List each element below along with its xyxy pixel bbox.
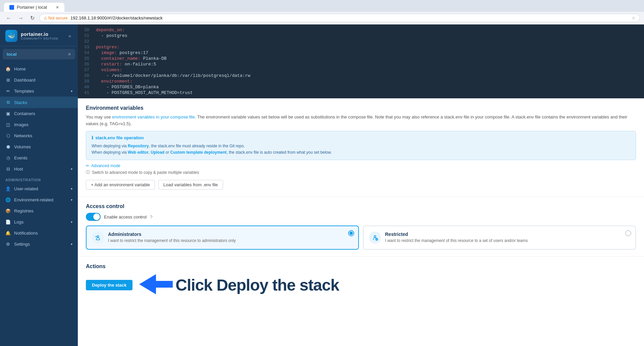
logo-text: portainer.io COMMUNITY EDITION bbox=[21, 32, 58, 40]
line-content: image: postgres:17 bbox=[95, 50, 644, 55]
stacks-icon: ⧉ bbox=[5, 100, 11, 105]
user-icon: 👤 bbox=[5, 186, 11, 191]
sidebar-item-label: Home bbox=[14, 66, 26, 71]
bookmark-icon[interactable]: ☆ bbox=[632, 15, 636, 20]
sidebar-item-images[interactable]: ◫ Images bbox=[0, 119, 78, 130]
repository-link[interactable]: Repository bbox=[128, 144, 149, 148]
stackenv-info-title: ℹ stack.env file operation bbox=[92, 135, 630, 140]
environment-header[interactable]: local ✕ bbox=[3, 49, 75, 59]
host-icon: ⊟ bbox=[5, 166, 11, 171]
logo-area: 🐳 portainer.io COMMUNITY EDITION bbox=[5, 30, 58, 42]
warning-icon: ⚠ bbox=[44, 16, 47, 20]
url-text: 192.168.1.18:9000/#!/2/docker/stacks/new… bbox=[70, 15, 163, 20]
code-line-38: 38 - /volume1/docker/planka/db:/var/lib/… bbox=[78, 73, 644, 79]
sidebar-item-containers[interactable]: ▣ Containers bbox=[0, 108, 78, 119]
access-card-content: Restricted I want to restrict the manage… bbox=[385, 232, 528, 243]
info-line2-pre: When deploying via bbox=[92, 150, 128, 155]
home-icon: 🏠 bbox=[5, 66, 11, 71]
line-content: depends_on: bbox=[95, 28, 644, 33]
templates-icon: ✏ bbox=[5, 89, 11, 94]
sidebar-item-label: Notifications bbox=[14, 231, 38, 236]
access-control-title: Access control bbox=[86, 203, 636, 209]
advanced-mode-link[interactable]: ✏ Advanced mode bbox=[86, 163, 636, 168]
line-number: 30 bbox=[78, 28, 95, 33]
browser-tab-active[interactable]: Portainer | local ✕ bbox=[4, 3, 64, 12]
web-editor-link[interactable]: Web editor bbox=[128, 150, 149, 155]
sidebar-item-logs[interactable]: 📄 Logs ▾ bbox=[0, 216, 78, 228]
sidebar-item-environment-related[interactable]: 🌐 Environment-related ▾ bbox=[0, 194, 78, 205]
sidebar-nav: 🏠 Home ⊞ Dashboard ✏ Templates ▾ ⧉ Stack… bbox=[0, 62, 78, 346]
load-env-variables-button[interactable]: Load variables from .env file bbox=[158, 180, 223, 190]
sidebar-item-label: Volumes bbox=[14, 144, 31, 149]
sidebar-item-dashboard[interactable]: ⊞ Dashboard bbox=[0, 75, 78, 86]
sidebar-item-volumes[interactable]: ⬢ Volumes bbox=[0, 141, 78, 152]
code-line-41: 41 - POSTGRES_HOST_AUTH_METHOD=trust bbox=[78, 90, 644, 96]
code-line-31: 31 - postgres bbox=[78, 33, 644, 39]
access-card-administrators[interactable]: Administrators I want to restrict the ma… bbox=[86, 226, 359, 250]
actions-row: Deploy the stack Click Deploy the stack bbox=[86, 274, 636, 296]
line-number: 40 bbox=[78, 85, 95, 90]
logo-sub-text: COMMUNITY EDITION bbox=[21, 37, 58, 40]
logo-main-text: portainer.io bbox=[21, 32, 58, 37]
access-control-section: Access control Enable access control ? bbox=[78, 197, 644, 257]
close-tab-button[interactable]: ✕ bbox=[56, 5, 59, 10]
advanced-mode-hint: ⓘ Switch to advanced mode to copy & past… bbox=[86, 169, 636, 175]
env-compose-link[interactable]: environment variables in your compose fi… bbox=[112, 114, 195, 119]
address-bar[interactable]: ⚠ Not secure 192.168.1.18:9000/#!/2/dock… bbox=[39, 14, 640, 22]
line-content: - postgres bbox=[95, 33, 644, 38]
access-card-radio-administrators[interactable] bbox=[348, 230, 354, 236]
volumes-icon: ⬢ bbox=[5, 144, 11, 149]
click-annotation: Click Deploy the stack bbox=[139, 274, 339, 296]
upload-link[interactable]: Upload bbox=[151, 150, 165, 155]
line-content: - POSTGRES_HOST_AUTH_METHOD=trust bbox=[95, 90, 644, 95]
add-env-variable-button[interactable]: + Add an environment variable bbox=[86, 180, 155, 190]
access-card-restricted[interactable]: Restricted I want to restrict the manage… bbox=[363, 226, 636, 250]
sidebar-item-notifications[interactable]: 🔔 Notifications bbox=[0, 228, 78, 239]
line-number: 37 bbox=[78, 67, 95, 72]
access-card-radio-restricted[interactable] bbox=[625, 230, 631, 236]
chevron-down-icon: ▾ bbox=[71, 242, 72, 246]
networks-icon: ⬡ bbox=[5, 133, 11, 138]
line-number: 34 bbox=[78, 50, 95, 55]
sidebar-item-networks[interactable]: ⬡ Networks bbox=[0, 130, 78, 141]
back-button[interactable]: ← bbox=[4, 14, 13, 22]
line-number: 33 bbox=[78, 45, 95, 50]
environment-close-button[interactable]: ✕ bbox=[68, 52, 71, 57]
access-card-title: Restricted bbox=[385, 232, 528, 237]
deploy-stack-button[interactable]: Deploy the stack bbox=[86, 280, 132, 290]
line-number: 31 bbox=[78, 33, 95, 38]
sidebar-item-settings[interactable]: ⚙ Settings ▾ bbox=[0, 239, 78, 250]
browser-tabs: Portainer | local ✕ bbox=[4, 3, 640, 12]
sidebar-item-host[interactable]: ⊟ Host ▾ bbox=[0, 163, 78, 175]
code-line-40: 40 - POSTGRES_DB=planka bbox=[78, 84, 644, 90]
sidebar-item-home[interactable]: 🏠 Home bbox=[0, 63, 78, 75]
sidebar-item-stacks[interactable]: ⧉ Stacks bbox=[0, 97, 78, 108]
env-variables-section: Environment variables You may use enviro… bbox=[78, 98, 644, 197]
chevron-down-icon: ▾ bbox=[71, 167, 72, 171]
line-number: 38 bbox=[78, 73, 95, 78]
forward-button[interactable]: → bbox=[16, 14, 25, 22]
sidebar-item-label: Networks bbox=[14, 133, 32, 138]
env-variables-desc: You may use environment variables in you… bbox=[86, 114, 636, 127]
sidebar-item-registries[interactable]: 📦 Registries bbox=[0, 205, 78, 216]
access-control-toggle[interactable] bbox=[86, 213, 101, 221]
sidebar-item-events[interactable]: ◷ Events bbox=[0, 152, 78, 163]
administrators-icon bbox=[92, 232, 104, 244]
sidebar-collapse-button[interactable]: « bbox=[67, 32, 72, 40]
access-card-desc: I want to restrict the management of thi… bbox=[385, 238, 528, 243]
line-content bbox=[95, 39, 644, 44]
env-variables-title: Environment variables bbox=[86, 105, 636, 111]
containers-icon: ▣ bbox=[5, 111, 11, 116]
line-number: 39 bbox=[78, 79, 95, 84]
sidebar-item-templates[interactable]: ✏ Templates ▾ bbox=[0, 86, 78, 97]
sidebar-item-user-related[interactable]: 👤 User-related ▾ bbox=[0, 183, 78, 194]
reload-button[interactable]: ↻ bbox=[28, 14, 37, 22]
custom-template-link[interactable]: Custom template deployment bbox=[170, 150, 227, 155]
line-number: 32 bbox=[78, 39, 95, 44]
app-container: 🐳 portainer.io COMMUNITY EDITION « local… bbox=[0, 24, 644, 346]
access-card-title: Administrators bbox=[108, 232, 236, 237]
sidebar-item-label: Templates bbox=[14, 89, 34, 94]
environment-name: local bbox=[7, 52, 17, 57]
info-line1-post: , the stack.env file must already reside… bbox=[149, 144, 245, 148]
code-line-32: 32 bbox=[78, 39, 644, 44]
